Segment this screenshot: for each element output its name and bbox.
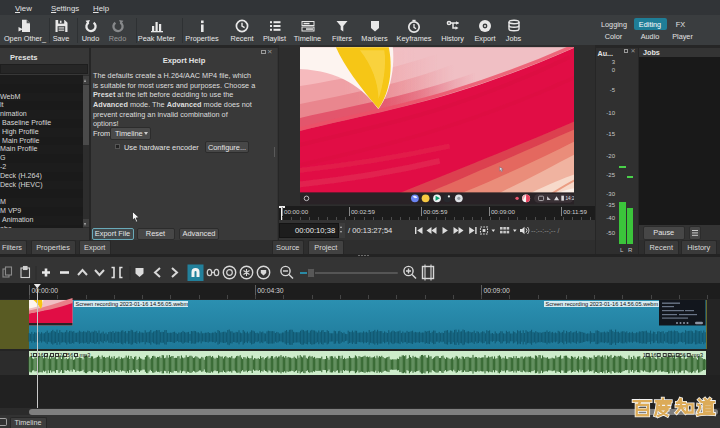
svg-text:14:26: 14:26	[565, 196, 574, 201]
